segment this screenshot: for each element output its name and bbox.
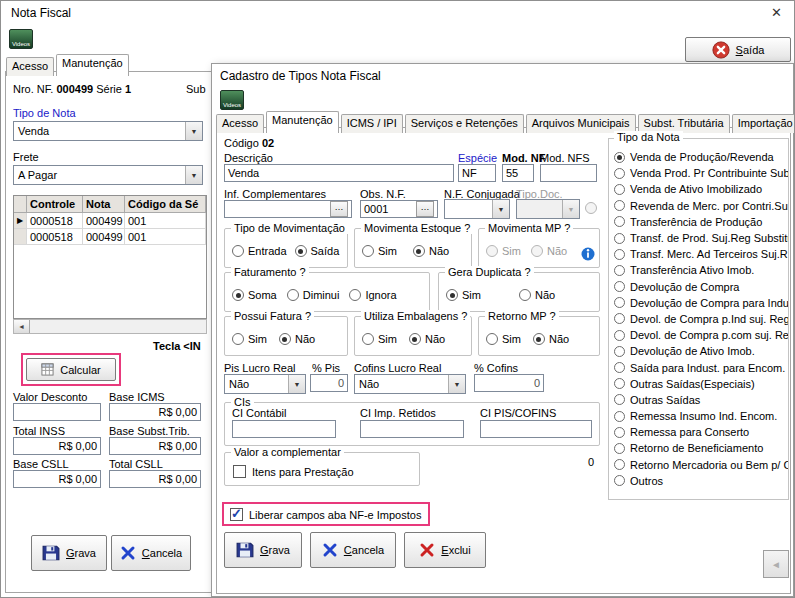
radio-option-diminui[interactable]: Diminui (287, 289, 340, 301)
grava-button[interactable]: Grava (224, 532, 302, 568)
tipo-da-nota-option[interactable]: Transferência de Produção (609, 214, 788, 230)
tipo-da-nota-option[interactable]: Devolução de Ativo Imob. (609, 343, 788, 359)
ci-contabil-field[interactable] (232, 420, 336, 438)
tipo-da-nota-option[interactable]: Venda de Ativo Imobilizado (609, 181, 788, 197)
saida-button[interactable]: Saída (685, 37, 791, 62)
pct-pis-field[interactable]: 0 (310, 374, 348, 392)
radio-circle[interactable] (446, 289, 458, 301)
radio-circle[interactable] (232, 289, 244, 301)
radio-circle[interactable] (614, 459, 625, 470)
calcular-button[interactable]: Calcular (26, 358, 116, 381)
chevron-down-icon[interactable]: ▼ (185, 166, 202, 184)
pct-cofins-field[interactable]: 0 (474, 374, 544, 392)
nf-conjugada-select[interactable]: ▼ (444, 199, 510, 219)
itens-prestacao-checkbox[interactable]: Itens para Prestação (233, 465, 354, 478)
tab-acesso[interactable]: Acesso (216, 114, 264, 133)
radio-option-sim[interactable]: Sim (232, 333, 267, 345)
radio-circle[interactable] (614, 152, 625, 163)
radio-circle[interactable] (614, 184, 625, 195)
tipo-da-nota-option[interactable]: Devol. de Compra p.com suj. Re (609, 327, 788, 343)
table-row[interactable]: ▶0000518000499001 (14, 213, 206, 229)
table-row[interactable]: 0000518000499001 (14, 229, 206, 245)
radio-circle[interactable] (362, 245, 374, 257)
chevron-down-icon[interactable]: ▼ (492, 200, 509, 218)
mod-nf-field[interactable]: 55 (502, 164, 534, 182)
radio-circle[interactable] (413, 245, 425, 257)
radio-circle[interactable] (614, 330, 625, 341)
tipo-da-nota-option[interactable]: Saída para Indust. para Encom. (609, 359, 788, 375)
col-codigo-serie[interactable]: Código da Sé (125, 196, 206, 213)
radio-circle[interactable] (232, 245, 244, 257)
tipo-da-nota-option[interactable]: Retorno de Beneficiamento (609, 440, 788, 456)
radio-option-não[interactable]: Não (533, 333, 569, 345)
radio-circle[interactable] (614, 281, 625, 292)
tab-manutencao[interactable]: Manutenção (56, 54, 129, 76)
radio-circle[interactable] (279, 333, 291, 345)
videos-toolbar-icon[interactable]: Videos (9, 29, 33, 49)
radio-circle[interactable] (614, 216, 625, 227)
tab-icms-ipi[interactable]: ICMS / IPI (341, 114, 403, 133)
tipo-da-nota-option[interactable]: Venda de Produção/Revenda (609, 149, 788, 165)
frete-select[interactable]: A Pagar ▼ (13, 165, 203, 185)
base-icms-field[interactable]: R$ 0,00 (109, 403, 201, 421)
ellipsis-button[interactable]: … (416, 201, 434, 217)
tipo-da-nota-option[interactable]: Remessa para Conserto (609, 424, 788, 440)
checkbox-box[interactable] (233, 465, 246, 478)
radio-option-soma[interactable]: Soma (232, 289, 277, 301)
radio-circle[interactable] (614, 200, 625, 211)
especie-field[interactable]: NF (458, 164, 496, 182)
tipo-da-nota-option[interactable]: Outras Saídas (609, 392, 788, 408)
radio-option-sim[interactable]: Sim (362, 245, 397, 257)
radio-option-ignora[interactable]: Ignora (349, 289, 396, 301)
radio-option-não[interactable]: Não (279, 333, 315, 345)
radio-option-sim[interactable]: Sim (446, 289, 481, 301)
radio-option-saída[interactable]: Saída (295, 245, 340, 257)
ci-imp-retidos-field[interactable] (360, 420, 464, 438)
radio-circle[interactable] (287, 289, 299, 301)
tipo-da-nota-option[interactable]: Devolução de Compra para Indu (609, 295, 788, 311)
tab-manutencao[interactable]: Manutenção (266, 111, 339, 133)
radio-circle[interactable] (362, 333, 374, 345)
radio-option-não[interactable]: Não (413, 245, 449, 257)
descricao-field[interactable]: Venda (224, 164, 454, 182)
radio-circle[interactable] (614, 168, 625, 179)
tipo-da-nota-option[interactable]: Outras Saídas(Especiais) (609, 376, 788, 392)
radio-option-não[interactable]: Não (409, 333, 445, 345)
radio-option-entrada[interactable]: Entrada (232, 245, 287, 257)
radio-circle[interactable] (614, 427, 625, 438)
valor-desconto-field[interactable] (13, 403, 101, 421)
radio-circle[interactable] (614, 475, 625, 486)
radio-circle[interactable] (349, 289, 361, 301)
chevron-down-icon[interactable]: ▼ (448, 375, 465, 393)
tipo-da-nota-option[interactable]: Transferência Ativo Imob. (609, 262, 788, 278)
tipo-da-nota-option[interactable]: Revenda de Merc. por Contri.Sub (609, 198, 788, 214)
radio-circle[interactable] (614, 233, 625, 244)
tab-acesso[interactable]: Acesso (6, 57, 54, 76)
tipo-da-nota-option[interactable]: Outros (609, 473, 788, 489)
radio-circle[interactable] (295, 245, 307, 257)
scroll-left-icon[interactable]: ◄ (14, 320, 30, 333)
total-inss-field[interactable]: R$ 0,00 (13, 437, 101, 455)
radio-option-sim[interactable]: Sim (362, 333, 397, 345)
tipo-de-nota-select[interactable]: Venda ▼ (13, 121, 203, 141)
base-subst-field[interactable]: R$ 0,00 (109, 437, 201, 455)
col-nota[interactable]: Nota (83, 196, 125, 213)
radio-circle[interactable] (614, 346, 625, 357)
tab-servicos-retencoes[interactable]: Serviços e Retenções (405, 114, 524, 133)
tab-importacao[interactable]: Importação (732, 114, 795, 133)
radio-circle[interactable] (614, 313, 625, 324)
videos-toolbar-icon[interactable]: Videos (220, 90, 244, 110)
ellipsis-button[interactable]: … (330, 201, 348, 217)
cancela-button[interactable]: Cancela (111, 535, 191, 571)
pis-lucro-real-select[interactable]: Não ▼ (224, 374, 306, 394)
checkbox-box[interactable] (230, 508, 243, 521)
col-controle[interactable]: Controle (27, 196, 83, 213)
obs-nf-field[interactable]: 0001 … (360, 200, 438, 218)
grid-horizontal-scrollbar[interactable]: ◄ (13, 319, 207, 334)
radio-circle[interactable] (409, 333, 421, 345)
tipo-da-nota-option[interactable]: Devol. de Compra p.Ind suj. Regi (609, 311, 788, 327)
chevron-down-icon[interactable]: ▼ (185, 122, 202, 140)
radio-circle[interactable] (232, 333, 244, 345)
radio-circle[interactable] (614, 378, 625, 389)
exclui-button[interactable]: Exclui (404, 532, 486, 568)
